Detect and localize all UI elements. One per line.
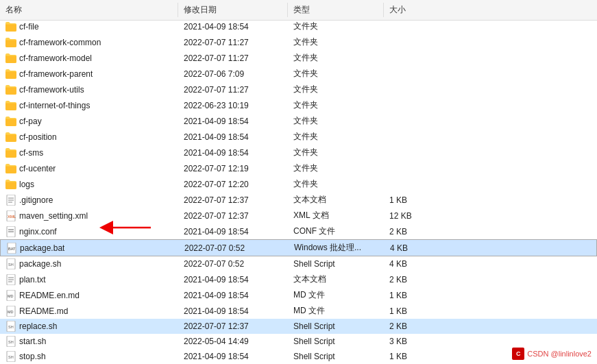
file-size-col: 2 KB	[384, 226, 439, 237]
file-name-label: plan.txt	[19, 275, 46, 284]
file-explorer: 名称 修改日期 类型 大小 cf-chat2021-04-09 18:54文件夹…	[0, 0, 597, 364]
col-type[interactable]: 类型	[288, 3, 384, 17]
file-date-col: 2021-04-09 18:54	[178, 274, 288, 285]
file-list[interactable]: cf-chat2021-04-09 18:54文件夹cf-file2021-04…	[0, 21, 597, 364]
folder-icon	[5, 116, 16, 127]
file-date-col: 2022-06-23 10:19	[178, 100, 288, 111]
file-name-label: maven_setting.xml	[19, 211, 88, 221]
file-type-col: 文件夹	[288, 146, 384, 159]
conf-icon	[5, 226, 16, 237]
file-size-col	[384, 121, 439, 122]
file-size-col	[384, 136, 439, 138]
file-name-col: cf-pay	[0, 115, 178, 128]
table-row[interactable]: nginx.conf2021-04-09 18:54CONF 文件2 KB	[0, 223, 597, 239]
table-row[interactable]: README.md2021-04-09 18:54MD 文件1 KB	[0, 303, 597, 319]
md-icon	[5, 306, 16, 317]
file-name-col: cf-position	[0, 131, 178, 143]
file-name-label: cf-framework-parent	[19, 69, 93, 79]
file-size-col: 1 KB	[384, 290, 439, 301]
folder-icon	[5, 37, 16, 48]
file-size-col: 3 KB	[384, 336, 439, 347]
file-size-col: 4 KB	[384, 258, 439, 269]
file-date-col: 2022-07-07 11:27	[178, 53, 288, 64]
table-row[interactable]: cf-ucenter2022-07-07 12:19文件夹	[0, 160, 597, 176]
col-name[interactable]: 名称	[0, 3, 178, 17]
file-size-col	[384, 184, 439, 185]
table-row[interactable]: package.sh2022-07-07 0:52Shell Script4 K…	[0, 256, 597, 271]
file-type-col: 文本文档	[288, 193, 384, 206]
file-name-col: package.bat	[1, 242, 179, 254]
table-row[interactable]: cf-framework-model2022-07-07 11:27文件夹	[0, 50, 597, 66]
file-date-col: 2021-04-09 18:54	[178, 116, 288, 127]
file-size-col: 1 KB	[384, 306, 439, 317]
file-type-col: MD 文件	[288, 304, 384, 317]
table-row[interactable]: maven_setting.xml2022-07-07 12:37XML 文档1…	[0, 208, 597, 223]
table-header: 名称 修改日期 类型 大小	[0, 0, 597, 21]
file-name-label: cf-ucenter	[19, 164, 56, 173]
file-date-col: 2021-04-09 18:54	[178, 306, 288, 317]
file-name-label: README.md	[19, 306, 68, 316]
file-date-col: 2022-07-07 12:20	[178, 179, 288, 190]
col-size[interactable]: 大小	[384, 3, 439, 17]
table-row[interactable]: cf-internet-of-things2022-06-23 10:19文件夹	[0, 97, 597, 113]
file-size-col: 1 KB	[384, 351, 439, 362]
file-type-col: Windows 批处理...	[289, 241, 385, 254]
file-name-label: stop.sh	[19, 352, 46, 361]
table-row[interactable]: logs2022-07-07 12:20文件夹	[0, 176, 597, 192]
file-name-col: cf-internet-of-things	[0, 99, 178, 112]
folder-icon	[5, 163, 16, 174]
table-row[interactable]: cf-framework-parent2022-07-06 7:09文件夹	[0, 66, 597, 82]
file-name-label: replace.sh	[19, 321, 57, 331]
csdn-logo: C	[512, 348, 524, 360]
md-icon	[5, 290, 16, 301]
file-size-col: 2 KB	[384, 274, 439, 285]
file-type-col: MD 文件	[288, 289, 384, 302]
file-date-col: 2021-04-09 18:54	[178, 21, 288, 32]
watermark-text: CSDN @linlinlove2	[527, 350, 592, 358]
file-date-col: 2022-07-07 12:19	[178, 163, 288, 174]
file-type-col: 文本文档	[288, 273, 384, 286]
file-date-col: 2022-07-07 11:27	[178, 84, 288, 95]
file-date-col: 2021-04-09 18:54	[178, 147, 288, 158]
table-row[interactable]: .gitignore2022-07-07 12:37文本文档1 KB	[0, 192, 597, 208]
file-name-col: cf-framework-utils	[0, 84, 178, 96]
file-name-col: cf-sms	[0, 147, 178, 159]
file-name-col: cf-ucenter	[0, 162, 178, 175]
table-row[interactable]: README.en.md2021-04-09 18:54MD 文件1 KB	[0, 287, 597, 303]
table-row[interactable]: cf-file2021-04-09 18:54文件夹	[0, 21, 597, 34]
folder-icon	[5, 84, 16, 95]
file-name-col: cf-framework-parent	[0, 68, 178, 80]
table-row[interactable]: start.sh2022-05-04 14:49Shell Script3 KB	[0, 334, 597, 349]
table-row[interactable]: stop.sh2021-04-09 18:54Shell Script1 KB	[0, 349, 597, 364]
table-row[interactable]: cf-sms2021-04-09 18:54文件夹	[0, 145, 597, 160]
file-name-label: logs	[19, 180, 34, 189]
table-row[interactable]: package.bat2022-07-07 0:52Windows 批处理...…	[0, 239, 597, 256]
file-name-col: start.sh	[0, 335, 178, 348]
table-row[interactable]: replace.sh2022-07-07 12:37Shell Script2 …	[0, 319, 597, 334]
file-size-col	[384, 105, 439, 106]
file-name-col: logs	[0, 178, 178, 191]
file-size-col	[384, 89, 439, 90]
file-name-col: package.sh	[0, 258, 178, 270]
table-row[interactable]: cf-framework-common2022-07-07 11:27文件夹	[0, 34, 597, 50]
file-name-col: nginx.conf	[0, 226, 178, 238]
table-row[interactable]: cf-framework-utils2022-07-07 11:27文件夹	[0, 82, 597, 97]
table-row[interactable]: cf-position2021-04-09 18:54文件夹	[0, 129, 597, 145]
text-icon	[5, 274, 16, 285]
col-date[interactable]: 修改日期	[178, 3, 288, 17]
file-type-col: Shell Script	[288, 336, 384, 347]
sh-icon	[5, 258, 16, 269]
file-type-col: 文件夹	[288, 162, 384, 175]
table-row[interactable]: plan.txt2021-04-09 18:54文本文档2 KB	[0, 271, 597, 287]
file-date-col: 2022-07-07 0:52	[179, 243, 289, 254]
file-date-col: 2021-04-09 18:54	[178, 351, 288, 362]
file-date-col: 2022-07-07 11:27	[178, 37, 288, 48]
file-type-col: 文件夹	[288, 36, 384, 49]
table-row[interactable]: cf-pay2021-04-09 18:54文件夹	[0, 113, 597, 129]
file-date-col: 2022-07-06 7:09	[178, 69, 288, 80]
file-size-col	[384, 58, 439, 59]
file-size-col	[384, 152, 439, 154]
file-date-col: 2022-07-07 12:37	[178, 210, 288, 221]
file-name-col: plan.txt	[0, 274, 178, 286]
folder-icon	[5, 69, 16, 80]
